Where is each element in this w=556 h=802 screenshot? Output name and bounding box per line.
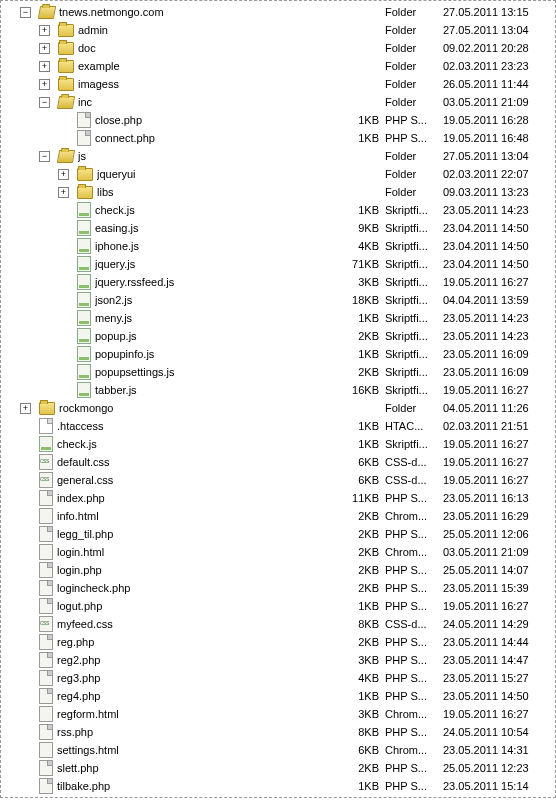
- tree-connector: [58, 331, 69, 342]
- tree-row[interactable]: settings.html6KBChrom...23.05.2011 14:31: [1, 741, 555, 759]
- file-type: PHP S...: [385, 636, 443, 648]
- tree-row[interactable]: login.html2KBChrom...03.05.2011 21:09: [1, 543, 555, 561]
- tree-row[interactable]: jquery.rssfeed.js3KBSkriptfi...19.05.201…: [1, 273, 555, 291]
- tree-connector: [20, 691, 31, 702]
- tree-row[interactable]: connect.php1KBPHP S...19.05.2011 16:48: [1, 129, 555, 147]
- expand-icon[interactable]: +: [39, 43, 50, 54]
- tree-row[interactable]: check.js1KBSkriptfi...23.05.2011 14:23: [1, 201, 555, 219]
- file-size: 1KB: [331, 312, 385, 324]
- tree-row[interactable]: popupinfo.js1KBSkriptfi...23.05.2011 16:…: [1, 345, 555, 363]
- tree-row[interactable]: logut.php1KBPHP S...19.05.2011 16:27: [1, 597, 555, 615]
- tree-row[interactable]: check.js1KBSkriptfi...19.05.2011 16:27: [1, 435, 555, 453]
- tree-connector: [20, 637, 31, 648]
- file-php-icon: [39, 688, 53, 704]
- file-name: settings.html: [57, 744, 331, 756]
- tree-row[interactable]: rss.php8KBPHP S...24.05.2011 10:54: [1, 723, 555, 741]
- tree-row[interactable]: popup.js2KBSkriptfi...23.05.2011 14:23: [1, 327, 555, 345]
- file-php-icon: [39, 526, 53, 542]
- tree-connector: [58, 385, 69, 396]
- tree-connector: [20, 565, 31, 576]
- tree-row[interactable]: +docFolder09.02.2011 20:28: [1, 39, 555, 57]
- tree-row[interactable]: default.css6KBCSS-d...19.05.2011 16:27: [1, 453, 555, 471]
- tree-row[interactable]: close.php1KBPHP S...19.05.2011 16:28: [1, 111, 555, 129]
- tree-row[interactable]: popupsettings.js2KBSkriptfi...23.05.2011…: [1, 363, 555, 381]
- tree-row[interactable]: tilbake.php1KBPHP S...23.05.2011 15:14: [1, 777, 555, 795]
- expand-icon[interactable]: +: [39, 25, 50, 36]
- expand-icon[interactable]: +: [58, 187, 69, 198]
- file-type: Chrom...: [385, 744, 443, 756]
- file-type: Folder: [385, 60, 443, 72]
- expand-icon[interactable]: +: [20, 403, 31, 414]
- tree-row[interactable]: +jqueryuiFolder02.03.2011 22:07: [1, 165, 555, 183]
- file-php-icon: [39, 562, 53, 578]
- tree-row[interactable]: −jsFolder27.05.2011 13:04: [1, 147, 555, 165]
- file-type: PHP S...: [385, 654, 443, 666]
- file-type: Chrom...: [385, 510, 443, 522]
- file-date: 26.05.2011 11:44: [443, 78, 555, 90]
- tree-row[interactable]: easing.js9KBSkriptfi...23.04.2011 14:50: [1, 219, 555, 237]
- tree-row[interactable]: +adminFolder27.05.2011 13:04: [1, 21, 555, 39]
- file-name: easing.js: [95, 222, 331, 234]
- folder-open-icon: [57, 150, 75, 163]
- tree-connector: [58, 259, 69, 270]
- file-type: HTAC...: [385, 420, 443, 432]
- file-date: 25.05.2011 12:06: [443, 528, 555, 540]
- file-type: Skriptfi...: [385, 348, 443, 360]
- tree-row[interactable]: json2.js18KBSkriptfi...04.04.2011 13:59: [1, 291, 555, 309]
- expand-icon[interactable]: +: [39, 79, 50, 90]
- file-size: 4KB: [331, 672, 385, 684]
- file-type: Folder: [385, 402, 443, 414]
- file-name: libs: [97, 186, 331, 198]
- tree-row[interactable]: .htaccess1KBHTAC...02.03.2011 21:51: [1, 417, 555, 435]
- file-type: PHP S...: [385, 780, 443, 792]
- tree-row[interactable]: reg4.php1KBPHP S...23.05.2011 14:50: [1, 687, 555, 705]
- file-size: 3KB: [331, 276, 385, 288]
- expand-icon[interactable]: +: [39, 61, 50, 72]
- tree-row[interactable]: +libsFolder09.03.2011 13:23: [1, 183, 555, 201]
- file-php-icon: [39, 598, 53, 614]
- file-type: Folder: [385, 168, 443, 180]
- tree-row[interactable]: index.php11KBPHP S...23.05.2011 16:13: [1, 489, 555, 507]
- tree-row[interactable]: +imagessFolder26.05.2011 11:44: [1, 75, 555, 93]
- tree-row[interactable]: reg3.php4KBPHP S...23.05.2011 15:27: [1, 669, 555, 687]
- tree-row[interactable]: −tnews.netmongo.comFolder27.05.2011 13:1…: [1, 3, 555, 21]
- tree-row[interactable]: regform.html3KBChrom...19.05.2011 16:27: [1, 705, 555, 723]
- folder-open-icon: [57, 96, 75, 109]
- tree-row[interactable]: general.css6KBCSS-d...19.05.2011 16:27: [1, 471, 555, 489]
- tree-row[interactable]: +exampleFolder02.03.2011 23:23: [1, 57, 555, 75]
- tree-row[interactable]: jquery.js71KBSkriptfi...23.04.2011 14:50: [1, 255, 555, 273]
- file-type: Skriptfi...: [385, 240, 443, 252]
- file-type: PHP S...: [385, 582, 443, 594]
- file-size: 1KB: [331, 690, 385, 702]
- tree-row[interactable]: meny.js1KBSkriptfi...23.05.2011 14:23: [1, 309, 555, 327]
- file-php-icon: [39, 634, 53, 650]
- tree-row[interactable]: login.php2KBPHP S...25.05.2011 14:07: [1, 561, 555, 579]
- file-generic-icon: [39, 418, 53, 434]
- expand-icon[interactable]: +: [58, 169, 69, 180]
- tree-row[interactable]: tabber.js16KBSkriptfi...19.05.2011 16:27: [1, 381, 555, 399]
- file-size: 2KB: [331, 762, 385, 774]
- collapse-icon[interactable]: −: [39, 97, 50, 108]
- tree-row[interactable]: +rockmongoFolder04.05.2011 11:26: [1, 399, 555, 417]
- file-name: example: [78, 60, 331, 72]
- tree-row[interactable]: legg_til.php2KBPHP S...25.05.2011 12:06: [1, 525, 555, 543]
- collapse-icon[interactable]: −: [39, 151, 50, 162]
- tree-row[interactable]: myfeed.css8KBCSS-d...24.05.2011 14:29: [1, 615, 555, 633]
- file-type: PHP S...: [385, 762, 443, 774]
- collapse-icon[interactable]: −: [20, 7, 31, 18]
- tree-connector: [20, 619, 31, 630]
- file-size: 2KB: [331, 510, 385, 522]
- tree-row[interactable]: reg.php2KBPHP S...23.05.2011 14:44: [1, 633, 555, 651]
- tree-row[interactable]: reg2.php3KBPHP S...23.05.2011 14:47: [1, 651, 555, 669]
- file-size: 6KB: [331, 744, 385, 756]
- tree-row[interactable]: iphone.js4KBSkriptfi...23.04.2011 14:50: [1, 237, 555, 255]
- tree-row[interactable]: logincheck.php2KBPHP S...23.05.2011 15:3…: [1, 579, 555, 597]
- tree-row[interactable]: info.html2KBChrom...23.05.2011 16:29: [1, 507, 555, 525]
- file-size: 6KB: [331, 456, 385, 468]
- file-name: rss.php: [57, 726, 331, 738]
- file-date: 23.04.2011 14:50: [443, 240, 555, 252]
- file-type: Skriptfi...: [385, 222, 443, 234]
- file-type: Skriptfi...: [385, 366, 443, 378]
- tree-row[interactable]: −incFolder03.05.2011 21:09: [1, 93, 555, 111]
- tree-row[interactable]: slett.php2KBPHP S...25.05.2011 12:23: [1, 759, 555, 777]
